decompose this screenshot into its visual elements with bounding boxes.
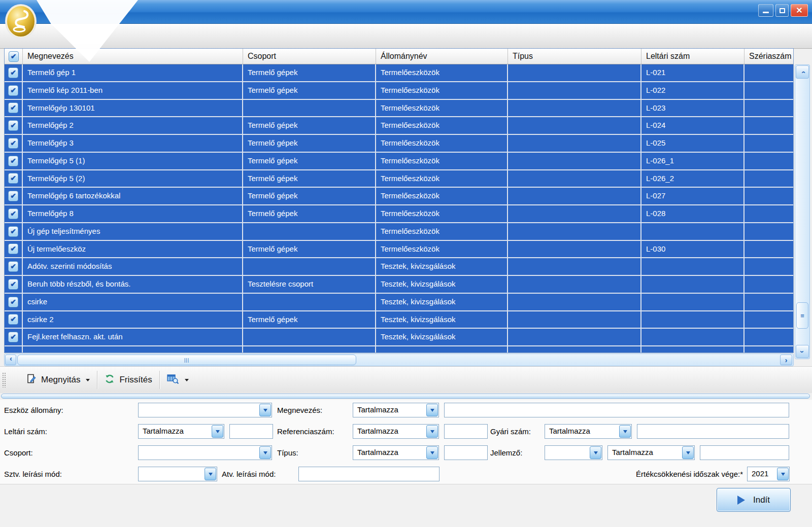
cell: L-027	[641, 188, 745, 204]
scroll-right-button[interactable]: ›	[780, 355, 792, 365]
checkbox-checked-icon: ✔	[8, 156, 18, 166]
megnevezes-operator-select[interactable]: Tartalmazza	[353, 403, 439, 417]
table-row[interactable]: ✔Új termelőeszközTermelő gépekTermelőesz…	[5, 241, 793, 259]
table-row[interactable]: ✔Termelőgép 5 (1)Termelő gépekTermelőesz…	[5, 153, 793, 170]
cell: L-028	[641, 205, 745, 222]
jellemzo-input[interactable]	[700, 445, 789, 460]
chevron-up-icon: ›	[798, 71, 807, 74]
minimize-icon	[763, 12, 769, 13]
chevron-down-icon[interactable]	[212, 425, 223, 438]
table-row[interactable]: ✔Termelőgép 8Termelő gépekTermelőeszközö…	[5, 205, 793, 223]
column-header-2[interactable]: Csoport	[243, 49, 376, 64]
row-checkbox[interactable]: ✔	[5, 100, 23, 117]
horizontal-scrollbar[interactable]: › ||| ›	[4, 354, 794, 366]
referenciaszam-input[interactable]	[444, 424, 488, 439]
row-checkbox[interactable]: ✔	[5, 82, 23, 99]
row-checkbox[interactable]: ✔	[5, 153, 23, 169]
chevron-down-icon[interactable]	[590, 446, 601, 459]
leltari-szam-operator-select[interactable]: Tartalmazza	[138, 424, 224, 439]
chevron-down-icon[interactable]	[682, 446, 694, 459]
chevron-down-icon[interactable]	[426, 425, 438, 438]
table-row[interactable]: ✔Beruh több részből, és bontás.Tesztelés…	[5, 276, 793, 294]
column-header-4[interactable]: Típus	[508, 49, 641, 64]
table-row[interactable]: ✔Termelőgép 3Termelő gépekTermelőeszközö…	[5, 135, 793, 153]
atv-leirasi-mod-input[interactable]	[298, 467, 439, 481]
row-checkbox[interactable]: ✔	[5, 117, 23, 134]
table-row[interactable]: ✔Termelőgép 5 (2)Termelő gépekTermelőesz…	[5, 170, 793, 188]
idoszak-vege-select[interactable]: 2021	[747, 467, 790, 481]
row-checkbox[interactable]: ✔	[5, 170, 23, 187]
row-checkbox[interactable]: ✔	[5, 241, 23, 258]
gyari-szam-operator-select[interactable]: Tartalmazza	[545, 424, 632, 439]
row-checkbox[interactable]: ✔	[5, 311, 23, 328]
chevron-down-icon[interactable]	[259, 404, 271, 416]
table-row[interactable]: ✔Adótv. szerinti módosításTesztek, kiviz…	[5, 258, 793, 276]
filter-panel: Eszköz állomány: Megnevezés: Tartalmazza…	[0, 400, 812, 484]
jellemzo-operator-select[interactable]: Tartalmazza	[607, 445, 695, 460]
row-checkbox[interactable]: ✔	[5, 64, 23, 81]
start-button[interactable]: Indít	[717, 488, 791, 512]
chevron-down-icon[interactable]	[259, 446, 271, 459]
maximize-button[interactable]	[775, 4, 789, 17]
table-row[interactable]: ✔Termelő gép 1Termelő gépekTermelőeszköz…	[5, 64, 793, 82]
row-checkbox[interactable]: ✔	[5, 276, 23, 293]
table-row[interactable]: ✔csirkeTesztek, kivizsgálások	[5, 294, 793, 311]
csoport-select[interactable]	[138, 445, 272, 460]
vertical-scrollbar-thumb[interactable]: ≡	[796, 302, 808, 329]
row-checkbox[interactable]: ✔	[5, 329, 23, 345]
vertical-scrollbar[interactable]: › ≡ ›	[795, 64, 810, 359]
jellemzo-mode-select[interactable]	[545, 445, 602, 460]
grid-search-button[interactable]	[160, 370, 196, 390]
select-value: Tartalmazza	[353, 425, 426, 438]
row-checkbox[interactable]: ✔	[5, 188, 23, 204]
cell	[243, 329, 376, 345]
scroll-up-button[interactable]: ›	[796, 65, 809, 79]
tipus-input[interactable]	[444, 445, 488, 460]
table-row[interactable]: ✔Termelőgép 2Termelő gépekTermelőeszközö…	[5, 117, 793, 135]
column-header-1[interactable]: Megnevezés	[23, 49, 243, 64]
chevron-down-icon[interactable]	[426, 446, 438, 459]
row-checkbox[interactable]: ✔	[5, 135, 23, 152]
megnevezes-input[interactable]	[444, 403, 789, 417]
close-button[interactable]: ✕	[791, 4, 808, 17]
row-checkbox[interactable]: ✔	[5, 294, 23, 310]
row-checkbox[interactable]: ✔	[5, 258, 23, 275]
chevron-down-icon[interactable]	[619, 425, 631, 438]
column-header-6[interactable]: Szériaszám	[745, 49, 793, 64]
splitter-bar[interactable]	[1, 394, 810, 399]
chevron-down-icon[interactable]	[205, 468, 216, 480]
row-checkbox[interactable]: ✔	[5, 223, 23, 240]
table-row[interactable]: ✔Termelőgép 130101TermelőeszközökL-023	[5, 100, 793, 118]
tipus-operator-select[interactable]: Tartalmazza	[353, 445, 439, 460]
eszkoz-allomany-select[interactable]	[138, 403, 272, 417]
leltari-szam-input[interactable]	[229, 424, 273, 439]
cell: Termelőeszközök	[376, 153, 508, 169]
chevron-down-icon[interactable]	[777, 468, 789, 480]
checkbox-checked-icon: ✔	[8, 138, 18, 149]
row-checkbox[interactable]: ✔	[5, 205, 23, 222]
scroll-left-button[interactable]: ›	[5, 355, 16, 365]
eszkoz-allomany-label: Eszköz állomány:	[4, 403, 63, 417]
table-row[interactable]: ✔Új gép teljesítményesTermelőeszközök	[5, 223, 793, 241]
cell	[508, 311, 641, 328]
column-header-5[interactable]: Leltári szám	[641, 49, 745, 64]
cell	[508, 100, 641, 117]
table-row[interactable]: ✔csirke 2Termelő gépekTesztek, kivizsgál…	[5, 311, 793, 329]
select-value: Tartalmazza	[545, 425, 619, 438]
gyari-szam-input[interactable]	[637, 424, 789, 439]
chevron-down-icon[interactable]	[426, 404, 438, 416]
minimize-button[interactable]	[758, 4, 773, 17]
sztv-leirasi-mod-select[interactable]	[138, 467, 217, 481]
select-all-checkbox[interactable]: ✔	[5, 49, 23, 64]
table-row[interactable]: ✔Termelő kép 2011-benTermelő gépekTermel…	[5, 82, 793, 100]
referenciaszam-operator-select[interactable]: Tartalmazza	[353, 424, 439, 439]
scroll-down-button[interactable]: ›	[796, 345, 809, 358]
refresh-button[interactable]: Frissítés	[97, 370, 159, 390]
cell: Termelőgép 130101	[23, 100, 243, 117]
toolbar-grip[interactable]	[2, 372, 6, 388]
column-header-3[interactable]: Állománynév	[376, 49, 508, 64]
open-button[interactable]: Megnyitás	[19, 370, 97, 390]
horizontal-scrollbar-thumb[interactable]: |||	[17, 355, 356, 365]
table-row[interactable]: ✔Termelőgép 6 tartozékokkalTermelő gépek…	[5, 188, 793, 205]
table-row[interactable]: ✔Fejl.keret felhaszn. akt. utánTesztek, …	[5, 329, 793, 346]
